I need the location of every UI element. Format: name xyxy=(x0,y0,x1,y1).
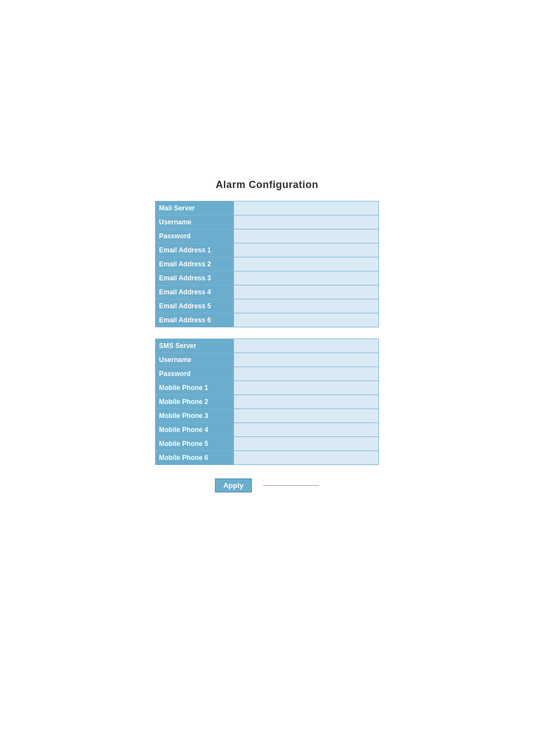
sms-row-8: Mobile Phone 5 xyxy=(156,437,378,451)
label-password-sms: Password xyxy=(156,367,234,381)
email-row-1: Mail Server xyxy=(156,201,378,215)
label-mobile-5: Mobile Phone 5 xyxy=(156,437,234,450)
input-email-3[interactable] xyxy=(234,271,378,285)
apply-button[interactable]: Apply xyxy=(215,478,252,492)
sms-row-3: Password xyxy=(156,367,378,381)
input-password-sms[interactable] xyxy=(234,367,378,381)
label-email-5: Email Address 5 xyxy=(156,299,234,313)
label-mobile-4: Mobile Phone 4 xyxy=(156,423,234,436)
input-sms-server[interactable] xyxy=(234,339,378,353)
input-email-2[interactable] xyxy=(234,257,378,271)
input-mobile-2[interactable] xyxy=(234,395,378,408)
email-row-3: Password xyxy=(156,229,378,243)
label-email-4: Email Address 4 xyxy=(156,285,234,299)
label-email-3: Email Address 3 xyxy=(156,271,234,285)
label-email-1: Email Address 1 xyxy=(156,243,234,257)
input-username-sms[interactable] xyxy=(234,353,378,367)
label-mobile-3: Mobile Phone 3 xyxy=(156,409,234,422)
apply-row: Apply xyxy=(215,478,319,492)
email-row-8: Email Address 5 xyxy=(156,299,378,313)
input-mobile-5[interactable] xyxy=(234,437,378,450)
sms-row-2: Username xyxy=(156,353,378,367)
sms-row-9: Mobile Phone 6 xyxy=(156,451,378,464)
label-password-email: Password xyxy=(156,229,234,243)
input-username-email[interactable] xyxy=(234,215,378,229)
input-email-4[interactable] xyxy=(234,285,378,299)
label-username-email: Username xyxy=(156,215,234,229)
label-username-sms: Username xyxy=(156,353,234,367)
label-sms-server: SMS Server xyxy=(156,339,234,353)
input-email-5[interactable] xyxy=(234,299,378,313)
input-mail-server[interactable] xyxy=(234,201,378,215)
sms-row-5: Mobile Phone 2 xyxy=(156,395,378,409)
page-container: Alarm Configuration Mail ServerUsernameP… xyxy=(0,0,534,756)
label-email-6: Email Address 6 xyxy=(156,313,234,327)
input-email-1[interactable] xyxy=(234,243,378,257)
input-email-6[interactable] xyxy=(234,313,378,327)
sms-section: SMS ServerUsernamePasswordMobile Phone 1… xyxy=(155,339,379,465)
label-mobile-6: Mobile Phone 6 xyxy=(156,451,234,464)
label-mail-server: Mail Server xyxy=(156,201,234,215)
input-mobile-4[interactable] xyxy=(234,423,378,436)
input-password-email[interactable] xyxy=(234,229,378,243)
input-mobile-3[interactable] xyxy=(234,409,378,422)
label-mobile-2: Mobile Phone 2 xyxy=(156,395,234,408)
label-mobile-1: Mobile Phone 1 xyxy=(156,381,234,395)
input-mobile-6[interactable] xyxy=(234,451,378,464)
email-row-4: Email Address 1 xyxy=(156,243,378,257)
email-row-2: Username xyxy=(156,215,378,229)
email-row-7: Email Address 4 xyxy=(156,285,378,299)
status-line xyxy=(263,485,319,486)
sms-row-1: SMS Server xyxy=(156,339,378,353)
sms-row-6: Mobile Phone 3 xyxy=(156,409,378,423)
email-row-5: Email Address 2 xyxy=(156,257,378,271)
input-mobile-1[interactable] xyxy=(234,381,378,395)
email-row-6: Email Address 3 xyxy=(156,271,378,285)
label-email-2: Email Address 2 xyxy=(156,257,234,271)
page-title: Alarm Configuration xyxy=(216,179,318,191)
email-row-9: Email Address 6 xyxy=(156,313,378,327)
email-section: Mail ServerUsernamePasswordEmail Address… xyxy=(155,201,379,327)
sms-row-4: Mobile Phone 1 xyxy=(156,381,378,395)
sms-row-7: Mobile Phone 4 xyxy=(156,423,378,437)
